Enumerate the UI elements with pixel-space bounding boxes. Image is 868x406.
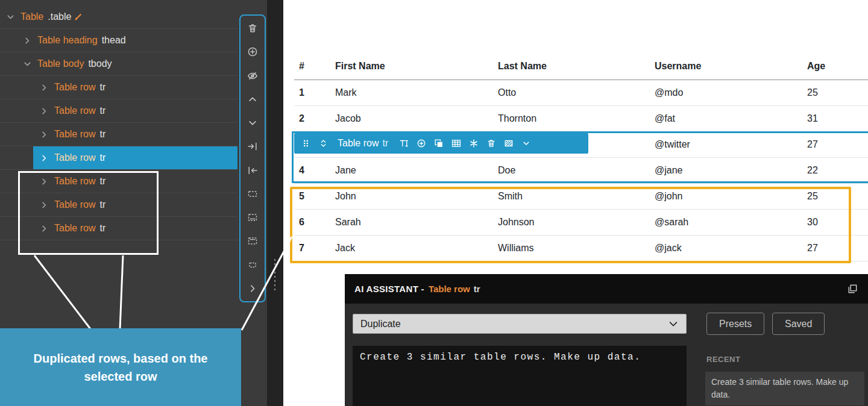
table-cell[interactable]: Otto xyxy=(493,80,650,105)
chevron-down-icon[interactable] xyxy=(521,138,532,149)
table-cell[interactable]: 27 xyxy=(802,235,868,261)
chevron-down-icon[interactable] xyxy=(6,13,15,22)
insert-before-icon[interactable] xyxy=(247,188,259,200)
table-cell[interactable]: Jane xyxy=(330,157,493,183)
presets-button[interactable]: Presets xyxy=(706,313,764,335)
add-element-icon[interactable] xyxy=(416,138,427,149)
table-row[interactable]: 2 Jacob Thornton @fat 31 xyxy=(294,105,868,131)
table-cell[interactable]: @jane xyxy=(650,157,802,183)
move-down-icon[interactable] xyxy=(247,117,259,129)
table-row[interactable]: 5 John Smith @john 25 xyxy=(294,183,868,209)
tree-item-tag: tbody xyxy=(88,58,112,69)
header-cell[interactable]: Username xyxy=(650,53,802,80)
outdent-element-icon[interactable] xyxy=(247,164,259,176)
hide-element-icon[interactable] xyxy=(247,70,259,82)
tree-item-tag: thead xyxy=(102,35,126,46)
header-cell[interactable]: # xyxy=(294,53,330,80)
tree-item-label: Table row xyxy=(54,82,95,93)
table-cell[interactable]: 2 xyxy=(294,105,330,131)
table-cell[interactable]: 7 xyxy=(294,235,330,261)
chevron-right-icon[interactable] xyxy=(40,130,49,139)
tree-item-tr[interactable]: Table row tr xyxy=(0,123,237,146)
table-row[interactable]: 6 Sarah Johnson @sarah 30 xyxy=(294,209,868,235)
table-header-row[interactable]: # First Name Last Name Username Age xyxy=(294,53,868,80)
table-row[interactable]: 4 Jane Doe @jane 22 xyxy=(294,157,868,183)
table-cell[interactable]: Jacob xyxy=(330,105,493,131)
table-cell[interactable]: 1 xyxy=(294,80,330,105)
table-cell[interactable]: Mark xyxy=(330,80,493,105)
insert-after-icon[interactable] xyxy=(247,235,259,247)
add-element-icon[interactable] xyxy=(247,46,259,58)
table-cell[interactable]: 31 xyxy=(802,105,868,131)
table-cell[interactable]: Jack xyxy=(330,235,493,261)
chevron-right-icon[interactable] xyxy=(40,83,49,92)
indent-element-icon[interactable] xyxy=(247,140,259,152)
duplicate-icon[interactable] xyxy=(433,138,444,149)
table-cell[interactable]: Williams xyxy=(493,235,650,261)
table-cell[interactable]: 5 xyxy=(294,183,330,209)
table-cell[interactable]: 25 xyxy=(802,80,868,105)
table-cell[interactable]: Thornton xyxy=(493,105,650,131)
ai-target-element: Table row xyxy=(429,284,470,294)
chevron-right-icon[interactable] xyxy=(23,36,32,45)
table-cell[interactable]: @jack xyxy=(650,235,802,261)
style-brush-icon[interactable] xyxy=(74,12,83,22)
element-actions-toolbar xyxy=(239,14,266,302)
tree-item-label: Table row xyxy=(54,129,95,140)
tree-item-table[interactable]: Table .table xyxy=(0,5,237,29)
header-cell[interactable]: First Name xyxy=(330,53,493,80)
panel-divider xyxy=(267,0,283,406)
ai-magic-icon[interactable] xyxy=(468,138,479,149)
header-cell[interactable]: Last Name xyxy=(493,53,650,80)
action-select[interactable]: Duplicate xyxy=(353,314,687,334)
table-cell[interactable]: @mdo xyxy=(650,80,802,105)
tree-item-label: Table row xyxy=(54,152,95,163)
saved-button[interactable]: Saved xyxy=(772,313,825,335)
table-cell[interactable]: @fat xyxy=(650,105,802,131)
table-row[interactable]: 7 Jack Williams @jack 27 xyxy=(294,235,868,261)
table-cell[interactable]: 30 xyxy=(802,209,868,235)
tree-item-thead[interactable]: Table heading thead xyxy=(0,29,237,52)
tree-item-tr[interactable]: Table row tr xyxy=(0,76,237,99)
hatch-style-icon[interactable] xyxy=(503,138,514,149)
tree-item-label: Table row xyxy=(54,105,95,116)
table-cell[interactable]: @john xyxy=(650,183,802,209)
table-cell[interactable]: Johnson xyxy=(493,209,650,235)
table-cell[interactable]: 27 xyxy=(802,131,868,157)
table-row[interactable]: 1 Mark Otto @mdo 25 xyxy=(294,80,868,105)
table-cell[interactable]: John xyxy=(330,183,493,209)
delete-icon[interactable] xyxy=(247,22,259,34)
tree-item-tbody[interactable]: Table body tbody xyxy=(0,52,237,76)
table-cell[interactable]: 22 xyxy=(802,157,868,183)
tree-item-tr[interactable]: Table row tr xyxy=(0,99,237,123)
chevron-down-icon[interactable] xyxy=(23,60,32,69)
ai-assistant-panel: AI ASSISTANT - Table row tr Duplicate Pr… xyxy=(345,274,868,406)
popout-panel-icon[interactable] xyxy=(847,283,858,295)
prompt-input[interactable]: Create 3 similar table rows. Make up dat… xyxy=(353,346,687,406)
table-cell[interactable]: Smith xyxy=(493,183,650,209)
chevron-right-icon[interactable] xyxy=(40,154,49,163)
reorder-icon[interactable] xyxy=(319,138,330,149)
header-cell[interactable]: Age xyxy=(802,53,868,80)
tree-item-tr-selected[interactable]: Table row tr xyxy=(0,146,237,170)
more-actions-icon[interactable] xyxy=(247,283,259,295)
tree-item-label: Table body xyxy=(37,58,84,69)
tree-item-tag: tr xyxy=(99,82,105,93)
delete-icon[interactable] xyxy=(486,138,497,149)
recent-prompt-item[interactable]: Create 3 similar table rows. Make up dat… xyxy=(705,372,864,405)
table-cell[interactable]: @twitter xyxy=(650,131,802,157)
table-cell[interactable]: 25 xyxy=(802,183,868,209)
table-grid-icon[interactable] xyxy=(451,138,462,149)
table-cell[interactable]: @sarah xyxy=(650,209,802,235)
table-cell[interactable]: Doe xyxy=(493,157,650,183)
divider-drag-handle-icon[interactable] xyxy=(274,258,276,293)
edit-text-icon[interactable] xyxy=(398,138,409,149)
wrap-element-icon[interactable] xyxy=(247,211,259,223)
table-cell[interactable]: 6 xyxy=(294,209,330,235)
move-up-icon[interactable] xyxy=(247,93,259,105)
table-cell[interactable]: 4 xyxy=(294,157,330,183)
chevron-right-icon[interactable] xyxy=(40,107,49,116)
table-cell[interactable]: Sarah xyxy=(330,209,493,235)
unwrap-element-icon[interactable] xyxy=(247,259,259,271)
drag-handle-icon[interactable] xyxy=(301,138,312,149)
